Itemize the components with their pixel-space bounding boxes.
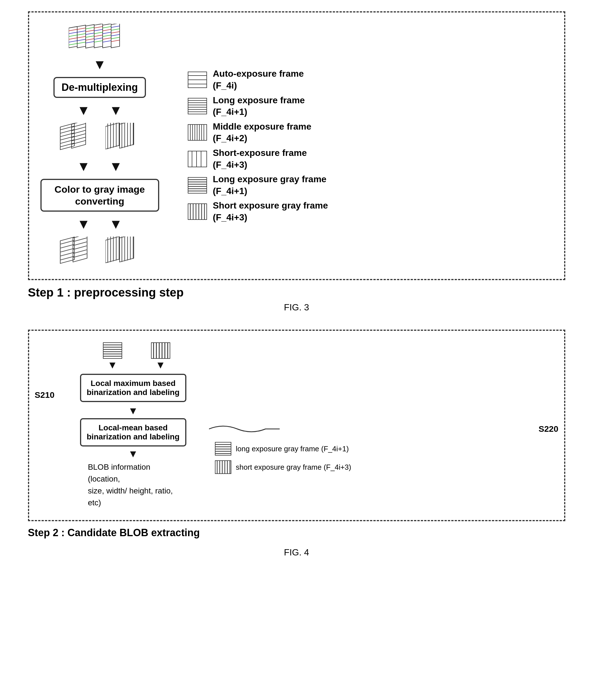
auto-exp-icon <box>188 71 207 88</box>
svg-line-28 <box>94 41 103 42</box>
svg-line-52 <box>72 127 86 131</box>
fig4-long-gray-label: long exposure gray frame (F_4i+1) <box>236 444 349 454</box>
svg-line-38 <box>111 29 120 30</box>
color-frames-top <box>69 24 131 52</box>
blob-info-text: BLOB information (location, size, width/… <box>88 461 179 509</box>
svg-rect-137 <box>151 343 170 359</box>
svg-line-79 <box>73 250 87 254</box>
svg-line-42 <box>111 40 120 42</box>
fig3-dashed-box: ▼ De-multiplexing ▼ ▼ <box>28 11 565 280</box>
svg-line-74 <box>60 256 74 260</box>
svg-line-21 <box>86 42 94 43</box>
fig3-step-label: Step 1 : preprocessing step <box>28 286 565 299</box>
arrow-gray-bottom: ▼ ▼ <box>77 217 123 231</box>
vertical-frames-right <box>106 123 142 154</box>
svg-line-24 <box>94 29 103 31</box>
svg-line-56 <box>72 141 86 144</box>
svg-line-23 <box>94 27 103 28</box>
svg-line-53 <box>72 131 86 134</box>
svg-line-18 <box>86 33 94 35</box>
svg-line-76 <box>73 238 87 242</box>
horizontal-gray-frames <box>57 236 97 268</box>
svg-line-48 <box>60 140 74 143</box>
fig3-container: ▼ De-multiplexing ▼ ▼ <box>28 11 565 312</box>
long-gray-text: Long exposure gray frame (F_4i+1) <box>213 174 327 197</box>
svg-line-6 <box>69 41 77 42</box>
legend-long-exp: Long exposure frame (F_4i+1) <box>188 95 328 118</box>
svg-line-35 <box>103 41 111 42</box>
svg-line-10 <box>77 31 86 32</box>
fig3-caption: FIG. 3 <box>28 302 565 312</box>
legend-long-gray: Long exposure gray frame (F_4i+1) <box>188 174 328 197</box>
svg-line-77 <box>73 242 87 246</box>
long-gray-icon <box>188 177 207 194</box>
demux-box: De-multiplexing <box>53 77 146 98</box>
svg-line-17 <box>86 30 94 32</box>
fig4-long-gray-input-icon <box>103 342 122 359</box>
svg-line-41 <box>111 37 120 39</box>
svg-line-40 <box>111 35 120 36</box>
page: ▼ De-multiplexing ▼ ▼ <box>23 11 570 558</box>
fig4-step-label: Step 2 : Candidate BLOB extracting <box>28 527 565 539</box>
svg-line-70 <box>60 241 74 244</box>
svg-line-37 <box>111 26 120 28</box>
short-exp-icon <box>188 150 207 168</box>
svg-line-26 <box>94 35 103 37</box>
legend-mid-exp: Middle exposure frame (F_4i+2) <box>188 121 328 144</box>
short-exp-text: Short-exposure frame (F_4i+3) <box>213 147 307 171</box>
s210-label: S210 <box>35 390 54 400</box>
svg-line-39 <box>111 32 120 33</box>
short-gray-text: Short exposure gray frame (F_4i+3) <box>213 200 328 223</box>
svg-rect-150 <box>215 460 231 474</box>
fig4-short-gray-input-icon <box>151 342 170 359</box>
s220-label: S220 <box>539 424 558 434</box>
svg-line-31 <box>103 29 111 31</box>
fig4-short-gray-label: short exposure gray frame (F_4i+3) <box>236 462 351 472</box>
svg-line-12 <box>77 37 86 38</box>
fig4-short-gray-legend-icon <box>214 460 232 474</box>
svg-line-7 <box>69 44 77 45</box>
fig4-long-gray-legend-icon <box>214 442 232 456</box>
svg-line-73 <box>60 252 74 256</box>
svg-line-45 <box>60 130 74 133</box>
svg-line-80 <box>73 254 87 257</box>
svg-rect-123 <box>188 204 207 220</box>
legend-short-exp: Short-exposure frame (F_4i+3) <box>188 147 328 171</box>
svg-line-54 <box>72 134 86 138</box>
svg-rect-112 <box>188 151 207 167</box>
svg-line-16 <box>86 28 94 29</box>
svg-line-27 <box>94 38 103 39</box>
svg-line-13 <box>77 39 86 41</box>
long-exp-icon <box>188 98 207 115</box>
horizontal-frames-left <box>57 123 97 154</box>
fig3-left-flow: ▼ De-multiplexing ▼ ▼ <box>40 24 159 268</box>
svg-line-47 <box>60 136 74 140</box>
svg-line-2 <box>69 29 77 31</box>
svg-line-20 <box>86 39 94 40</box>
legend-short-gray: Short exposure gray frame (F_4i+3) <box>188 200 328 223</box>
long-exp-text: Long exposure frame (F_4i+1) <box>213 95 305 118</box>
svg-line-14 <box>77 42 86 44</box>
svg-line-25 <box>94 32 103 34</box>
svg-line-11 <box>77 34 86 35</box>
arrow-gray-top: ▼ ▼ <box>77 159 123 173</box>
short-gray-icon <box>188 203 207 220</box>
svg-line-72 <box>60 249 74 252</box>
fig4-container: S210 S220 <box>28 330 565 558</box>
arrow-demux-top: ▼ <box>93 58 107 71</box>
svg-line-3 <box>69 32 77 34</box>
mid-exp-text: Middle exposure frame (F_4i+2) <box>213 121 312 144</box>
fig4-dashed-box: S210 S220 <box>28 330 565 521</box>
fig4-caption: FIG. 4 <box>28 547 565 558</box>
local-max-box: Local maximum based binarization and lab… <box>80 374 186 402</box>
local-mean-box: Local-mean based binarization and labeli… <box>80 418 186 446</box>
svg-line-5 <box>69 38 77 39</box>
svg-line-51 <box>72 124 86 127</box>
wave-connector <box>209 422 280 436</box>
svg-line-19 <box>86 36 94 37</box>
fig3-legend: Auto-exposure frame (F_4i) <box>188 68 328 223</box>
color-to-gray-box: Color to gray image converting <box>40 179 159 212</box>
svg-line-55 <box>72 137 86 141</box>
svg-line-1 <box>69 27 77 28</box>
mid-exp-icon <box>188 124 207 141</box>
